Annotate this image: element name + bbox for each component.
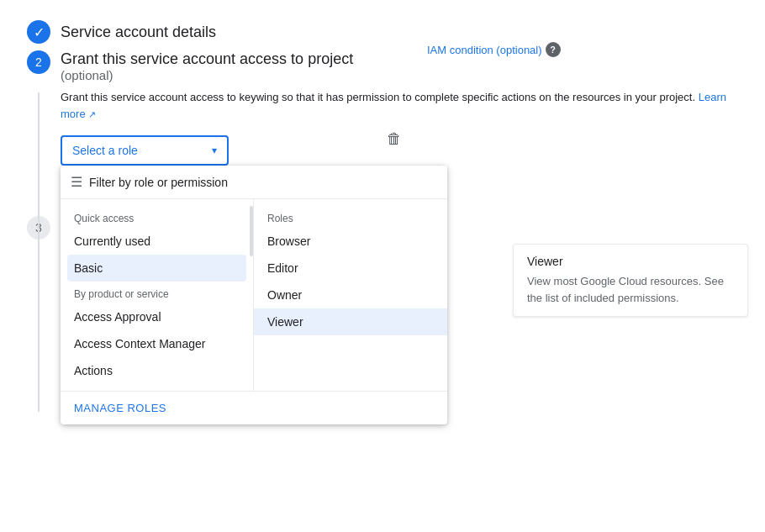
dropdown-arrow-icon: ▾: [212, 145, 217, 156]
step-1-check-icon: ✓: [27, 20, 50, 44]
dropdown-filter-row: ☰: [61, 166, 447, 199]
step-2-title: Grant this service account access to pro…: [61, 50, 738, 82]
role-dropdown: ☰ Quick access Current: [61, 166, 447, 424]
role-browser[interactable]: Browser: [254, 228, 447, 255]
filter-icon: ☰: [71, 174, 82, 190]
step-1-title: Service account details: [61, 24, 216, 41]
external-link-icon: ↗: [88, 109, 96, 119]
step-1-header: ✓ Service account details: [27, 20, 738, 44]
filter-input[interactable]: [89, 176, 437, 189]
left-item-access-context-manager[interactable]: Access Context Manager: [61, 330, 253, 357]
iam-condition-button[interactable]: IAM condition (optional) ?: [427, 42, 561, 57]
role-viewer[interactable]: Viewer: [254, 308, 447, 335]
manage-roles-button[interactable]: MANAGE ROLES: [61, 391, 447, 424]
by-product-header: By product or service: [61, 282, 253, 303]
tooltip-description: View most Google Cloud resources. See th…: [527, 273, 734, 306]
role-owner[interactable]: Owner: [254, 282, 447, 308]
dropdown-body: Quick access Currently used Basic By pro…: [61, 199, 447, 391]
tooltip-title: Viewer: [527, 255, 734, 268]
left-item-access-approval[interactable]: Access Approval: [61, 303, 253, 330]
right-panel: Roles Browser Editor Owner: [254, 199, 447, 391]
delete-row-button[interactable]: 🗑: [387, 130, 402, 148]
viewer-tooltip: Viewer View most Google Cloud resources.…: [513, 244, 748, 317]
step-2-content: Grant this service account access to pro…: [61, 50, 738, 166]
select-role-button[interactable]: Select a role ▾: [61, 135, 229, 166]
left-item-currently-used[interactable]: Currently used: [61, 228, 253, 255]
quick-access-header: Quick access: [61, 206, 253, 228]
iam-help-icon[interactable]: ?: [546, 42, 561, 57]
step-2-description: Grant this service account access to key…: [61, 89, 738, 122]
left-panel: Quick access Currently used Basic By pro…: [61, 199, 254, 391]
role-area: Select a role ▾ ☰: [61, 135, 738, 166]
roles-header: Roles: [254, 206, 447, 228]
left-panel-scrollbar[interactable]: [250, 206, 253, 256]
step-2-number: 2: [27, 50, 50, 74]
step-2-container: 2 Grant this service account access to p…: [27, 50, 738, 166]
step-connector-line: [38, 92, 40, 412]
left-item-actions[interactable]: Actions: [61, 357, 253, 384]
left-item-basic[interactable]: Basic: [67, 255, 246, 282]
role-editor[interactable]: Editor: [254, 255, 447, 282]
